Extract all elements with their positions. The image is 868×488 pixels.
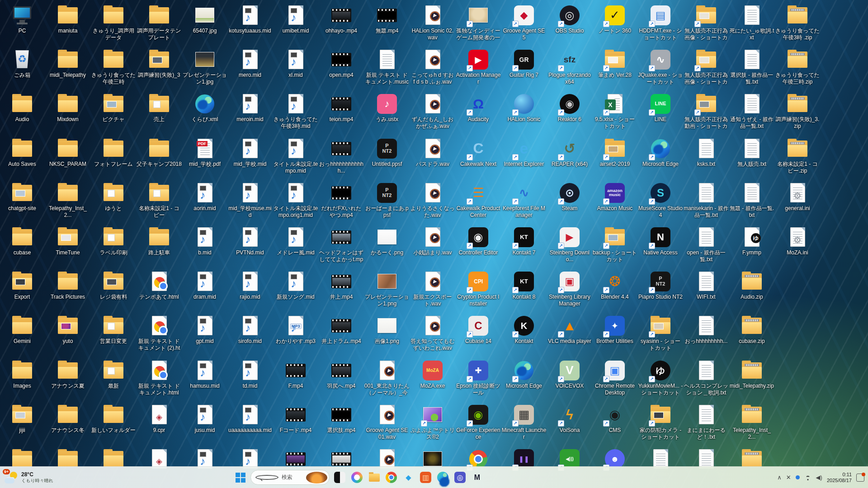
- desktop-icon[interactable]: ♪kotusytuaaus.mid: [227, 5, 273, 34]
- desktop-icon[interactable]: プレゼンテーション1.png: [364, 271, 410, 307]
- desktop-icon[interactable]: P NT2おーばーまにあ.ppsf: [364, 182, 410, 219]
- taskbar-app-chrome[interactable]: [385, 471, 397, 483]
- desktop-icon[interactable]: 営業日変更: [91, 315, 136, 345]
- desktop-icon[interactable]: ♪aorin.mid: [182, 182, 227, 212]
- desktop-icon[interactable]: PDFmid_学校.pdf: [182, 138, 227, 168]
- desktop-icon[interactable]: 調声練習(失敗)_3.zip: [775, 93, 820, 130]
- desktop-icon[interactable]: レジ袋有料: [91, 271, 136, 300]
- search-box[interactable]: 検索: [250, 470, 330, 485]
- desktop-icon[interactable]: jijii: [0, 404, 45, 434]
- desktop-icon[interactable]: open - 親作品一覧.txt: [684, 226, 729, 263]
- desktop-icon[interactable]: 井上.mp4: [319, 271, 364, 300]
- desktop-icon[interactable]: ゆうと: [91, 182, 136, 212]
- desktop-icon[interactable]: 無題 - 親作品一覧.txt: [729, 182, 774, 219]
- desktop-icon[interactable]: きゅうり食ってた午後三時: [91, 49, 136, 85]
- desktop-icon[interactable]: ◈9.cpr: [137, 404, 182, 434]
- desktop-icon[interactable]: 路上駐車: [137, 226, 182, 256]
- desktop-icon[interactable]: 65407.jpg: [182, 5, 227, 34]
- desktop-icon[interactable]: sfz↗Plogue sforzando x64: [547, 49, 592, 85]
- desktop-icon[interactable]: ▶↗Steinberg Downlo...: [547, 226, 592, 263]
- desktop-icon[interactable]: ♪新規ソング.mid: [273, 271, 318, 300]
- desktop-icon[interactable]: NKSC_PARAM: [45, 138, 90, 168]
- desktop-icon[interactable]: cubase.zip: [729, 315, 774, 345]
- desktop-icon[interactable]: ♪mid_学校muse.mid: [227, 182, 273, 219]
- tray-blue-dot-icon[interactable]: [796, 475, 800, 479]
- taskbar-app-m-app[interactable]: M: [471, 471, 483, 483]
- desktop-icon[interactable]: ↗無人販売不正行為 動画 - ショートカット: [684, 93, 729, 130]
- desktop-icon[interactable]: ↗HALion Sonic: [501, 93, 547, 123]
- desktop-icon[interactable]: ↗孤独なインディーゲーム開発者の一生 ...: [456, 5, 501, 42]
- desktop-icon[interactable]: ヘルスコンプレッション＿歌詞.txt: [684, 360, 729, 396]
- desktop-icon[interactable]: ゆF.ymmp: [729, 226, 774, 256]
- desktop-icon[interactable]: Telepathy_Inst_2...: [45, 182, 90, 219]
- desktop-icon[interactable]: ♻ごみ箱: [0, 49, 45, 79]
- clock[interactable]: 0:11 2025/08/17: [827, 472, 852, 483]
- desktop-icon[interactable]: きゅうり_調声用データ: [91, 5, 136, 41]
- desktop-icon[interactable]: F.mp4: [273, 360, 318, 389]
- desktop-icon[interactable]: ♪PVTNd.mid: [227, 226, 273, 256]
- desktop-icon[interactable]: ▣↗Chrome Remote Desktop: [592, 360, 637, 396]
- desktop-icon[interactable]: ♪gpt.mid: [182, 315, 227, 345]
- desktop-icon[interactable]: ohhayo-.mp4: [319, 5, 364, 34]
- desktop-icon[interactable]: maniuta: [45, 5, 90, 34]
- desktop-icon[interactable]: まにまにわーるど！.txt: [684, 404, 729, 441]
- desktop-icon[interactable]: 001_東北きりたん（ノーマル）_今じゃ...: [364, 360, 410, 397]
- desktop-icon[interactable]: 新規 テキスト ドキュメント (2).html: [137, 315, 182, 352]
- desktop-icon[interactable]: ✓↗ノートン 360: [592, 5, 637, 34]
- desktop-icon[interactable]: ♪mero.mid: [227, 49, 273, 79]
- desktop-icon[interactable]: 小銭詰まり.wav: [410, 226, 455, 256]
- desktop-icon[interactable]: P NT2↗Piapro Studio NT2: [638, 271, 683, 300]
- desktop-icon[interactable]: Track Pictures: [45, 271, 90, 300]
- desktop-icon[interactable]: ✦↗Brother Utilities: [592, 315, 637, 345]
- desktop-icon[interactable]: ▤↗HDDFMT.exe - ショートカット: [638, 5, 683, 41]
- desktop-icon[interactable]: 調声用データテンプレート: [137, 5, 182, 41]
- desktop-icon[interactable]: ♪b.mid: [182, 226, 227, 256]
- tray-x-icon[interactable]: ✕: [786, 474, 791, 481]
- desktop-icon[interactable]: ずんだもん_しおかぜふぁ.wav: [410, 93, 455, 130]
- desktop-icon[interactable]: N↗Native Access: [638, 226, 683, 256]
- desktop-icon[interactable]: Groove Agent SE 01.wav: [364, 404, 410, 441]
- desktop-icon[interactable]: ksks.txt: [684, 138, 729, 168]
- desktop-icon[interactable]: S↗MuseScore Studio 4: [638, 182, 683, 219]
- desktop-icon[interactable]: 名称未設定1 - コピー: [137, 182, 182, 219]
- desktop-icon[interactable]: きゅうり食ってた午後三時.zip: [775, 49, 820, 85]
- desktop-icon[interactable]: ♪meroin.mid: [227, 93, 273, 123]
- desktop-icon[interactable]: ↗airset2-2019: [592, 138, 637, 168]
- desktop-icon[interactable]: おっhhhhhhhhh...: [684, 315, 729, 345]
- desktop-icon[interactable]: WIFI.txt: [684, 271, 729, 300]
- desktop-icon[interactable]: 井上ドラム.mp4: [319, 315, 364, 345]
- desktop-icon[interactable]: LINE↗LINE: [638, 93, 683, 123]
- desktop-icon[interactable]: ♪きゅうり食ってた午後3時.mid: [273, 93, 318, 130]
- taskbar-weather-widget[interactable]: 9+ 28°C くもり時々晴れ: [5, 467, 53, 488]
- volume-icon[interactable]: ◀): [816, 474, 822, 481]
- desktop-icon[interactable]: yuto: [45, 315, 90, 345]
- desktop-icon[interactable]: e↗Internet Explorer: [501, 138, 547, 168]
- desktop-icon[interactable]: manisekarin - 親作品一覧.txt: [684, 182, 729, 219]
- desktop-icon[interactable]: ♪メドレー風.mid: [273, 226, 318, 256]
- desktop-icon[interactable]: ♪hamusu.mid: [182, 360, 227, 389]
- desktop-icon[interactable]: プレゼンテーション1.jpg: [182, 49, 227, 85]
- desktop-icon[interactable]: Export: [0, 271, 45, 300]
- taskbar-app-phone-link[interactable]: [334, 471, 346, 483]
- desktop-icon[interactable]: ◉↗Controller Editor: [456, 226, 501, 256]
- desktop-icon[interactable]: おっhhhhhhhhhhhh...: [319, 138, 364, 174]
- desktop-icon[interactable]: teion.mp4: [319, 93, 364, 123]
- desktop-icon[interactable]: ♪うみ.ustx: [364, 93, 410, 123]
- desktop-icon[interactable]: HALion Sonic 02.wav: [410, 5, 455, 41]
- desktop-icon[interactable]: open.mp4: [319, 49, 364, 79]
- desktop-icon[interactable]: Mixdown: [45, 93, 90, 123]
- desktop-icon[interactable]: Images: [0, 360, 45, 389]
- desktop-icon[interactable]: PC: [0, 5, 45, 34]
- desktop-icon[interactable]: くらび.xml: [182, 93, 227, 123]
- desktop-icon[interactable]: ⚙MoZA.ini: [775, 226, 820, 256]
- desktop-icon[interactable]: 売上: [137, 93, 182, 123]
- desktop-icon[interactable]: CPI↗Crypton Product Installer: [456, 271, 501, 307]
- desktop-icon[interactable]: Fコード.mp4: [273, 404, 318, 434]
- taskbar-app-container-app[interactable]: ▥: [420, 471, 432, 483]
- desktop-icon[interactable]: X↗9.5.xlsx - ショートカット: [592, 93, 637, 130]
- desktop-icon[interactable]: Audio.zip: [729, 271, 774, 300]
- desktop-icon[interactable]: ♪td.mid: [227, 360, 273, 389]
- taskbar-app-discord[interactable]: ◎: [454, 471, 466, 483]
- desktop-icon[interactable]: ↺↗REAPER (x64): [547, 138, 592, 168]
- desktop-icon[interactable]: 父子キャンプ2018: [137, 138, 182, 168]
